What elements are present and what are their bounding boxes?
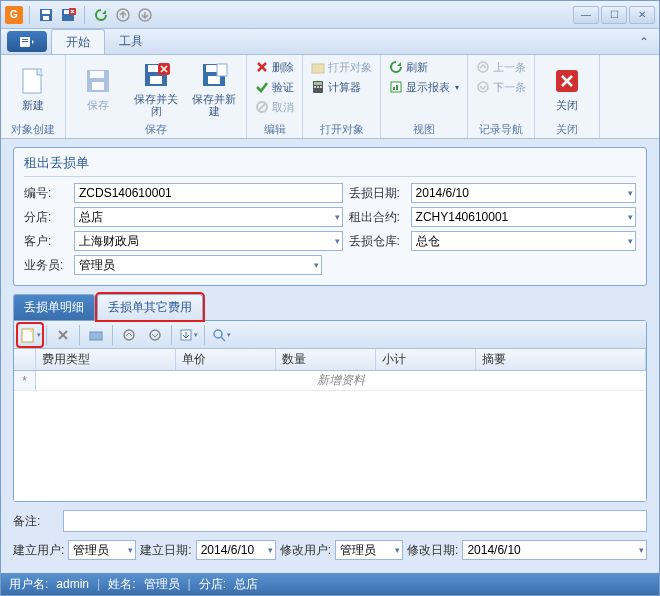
warehouse-label: 丢损仓库:: [349, 233, 405, 250]
staff-label: 业务员:: [24, 257, 68, 274]
svg-rect-13: [90, 71, 104, 78]
status-branch: 总店: [234, 576, 258, 593]
col-subtotal[interactable]: 小计: [376, 349, 476, 370]
down-icon: [476, 80, 490, 94]
col-qty[interactable]: 数量: [276, 349, 376, 370]
file-menu-button[interactable]: [7, 31, 47, 52]
date-input[interactable]: 2014/6/10▾: [411, 183, 636, 203]
contract-label: 租出合约:: [349, 209, 405, 226]
save-new-button[interactable]: 保存并新建: [186, 57, 242, 119]
customer-label: 客户:: [24, 233, 68, 250]
svg-point-41: [214, 330, 222, 338]
save-close-button[interactable]: 保存并关闭: [128, 57, 184, 119]
col-fee-type[interactable]: 费用类型: [36, 349, 176, 370]
new-row-icon: [20, 327, 36, 343]
status-branch-label: 分店:: [199, 576, 226, 593]
status-user: admin: [56, 577, 89, 591]
svg-rect-28: [317, 86, 319, 88]
grid-up-button[interactable]: [117, 324, 141, 346]
x-icon: [56, 328, 70, 342]
code-label: 编号:: [24, 185, 68, 202]
audit-row: 建立用户: 管理员▾ 建立日期: 2014/6/10▾ 修改用户: 管理员▾ 修…: [13, 540, 647, 560]
grid-header: 费用类型 单价 数量 小计 摘要: [14, 349, 646, 371]
create-user-label: 建立用户:: [13, 542, 64, 559]
ribbon: 新建 对象创建 保存 保存并关闭 保存并新建 保存: [1, 55, 659, 139]
cancel-icon: [255, 100, 269, 114]
validate-button[interactable]: 验证: [251, 77, 298, 97]
qat-save-icon[interactable]: [36, 5, 56, 25]
grid-down-button[interactable]: [143, 324, 167, 346]
grid-delete-button[interactable]: [51, 324, 75, 346]
open-object-button: 打开对象: [307, 57, 376, 77]
tab-other-fee[interactable]: 丢损单其它费用: [97, 294, 203, 320]
svg-rect-2: [43, 16, 49, 20]
svg-rect-10: [22, 41, 28, 42]
cancel-button: 取消: [251, 97, 298, 117]
detail-tabs: 丢损单明细 丢损单其它费用: [13, 294, 647, 320]
date-label: 丢损日期:: [349, 185, 405, 202]
col-price[interactable]: 单价: [176, 349, 276, 370]
svg-point-38: [124, 330, 134, 340]
save-close-icon: [140, 59, 172, 91]
tab-start[interactable]: 开始: [51, 29, 105, 54]
grid-new-button[interactable]: ▾: [18, 324, 42, 346]
delete-button[interactable]: 删除: [251, 57, 298, 77]
arrow-down-icon: [148, 328, 162, 342]
next-record-button: 下一条: [472, 77, 530, 97]
svg-point-34: [478, 82, 488, 92]
status-name-label: 姓名:: [108, 576, 135, 593]
tab-tools[interactable]: 工具: [105, 29, 157, 54]
close-window-button[interactable]: ✕: [629, 6, 655, 24]
col-remark[interactable]: 摘要: [476, 349, 646, 370]
svg-rect-22: [217, 64, 227, 76]
close-button[interactable]: 关闭: [539, 57, 595, 119]
grid-body[interactable]: * 新增资料: [14, 371, 646, 501]
ribbon-collapse-icon[interactable]: ⌃: [635, 29, 653, 54]
svg-point-33: [478, 62, 488, 72]
warehouse-input[interactable]: 总仓▾: [411, 231, 636, 251]
code-input[interactable]: ZCDS140610001: [74, 183, 343, 203]
remark-label: 备注:: [13, 513, 57, 530]
svg-rect-37: [90, 332, 102, 340]
up-icon: [476, 60, 490, 74]
svg-rect-14: [92, 82, 104, 90]
create-user-input[interactable]: 管理员▾: [68, 540, 136, 560]
svg-rect-27: [314, 86, 316, 88]
grid-panel: ▾ ▾ ▾ 费用类型 单价 数量 小计 摘要: [13, 320, 647, 502]
show-report-button[interactable]: 显示报表▾: [385, 77, 463, 97]
modify-user-input[interactable]: 管理员▾: [335, 540, 403, 560]
tab-detail[interactable]: 丢损单明细: [13, 294, 95, 320]
search-icon: [212, 328, 226, 342]
save-new-icon: [198, 59, 230, 91]
grid-search-button[interactable]: ▾: [209, 324, 233, 346]
modify-date-input[interactable]: 2014/6/10▾: [462, 540, 647, 560]
qat-next-icon: [135, 5, 155, 25]
remark-input[interactable]: [63, 510, 647, 532]
customer-input[interactable]: 上海财政局▾: [74, 231, 343, 251]
svg-rect-31: [393, 87, 395, 90]
grid-export-button[interactable]: ▾: [176, 324, 200, 346]
branch-input[interactable]: 总店▾: [74, 207, 343, 227]
report-icon: [389, 80, 403, 94]
grid-open-button[interactable]: [84, 324, 108, 346]
qat-save-close-icon[interactable]: [58, 5, 78, 25]
maximize-button[interactable]: ☐: [601, 6, 627, 24]
refresh-button[interactable]: 刷新: [385, 57, 463, 77]
app-window: G — ☐ ✕ 开始 工具 ⌃ 新建: [0, 0, 660, 596]
new-button[interactable]: 新建: [5, 57, 61, 119]
calculator-button[interactable]: 计算器: [307, 77, 376, 97]
arrow-up-icon: [122, 328, 136, 342]
minimize-button[interactable]: —: [573, 6, 599, 24]
svg-point-39: [150, 330, 160, 340]
svg-rect-17: [150, 76, 162, 84]
app-icon: G: [5, 6, 23, 24]
qat-refresh-icon[interactable]: [91, 5, 111, 25]
save-button: 保存: [70, 57, 126, 119]
staff-input[interactable]: 管理员▾: [74, 255, 322, 275]
modify-user-label: 修改用户:: [280, 542, 331, 559]
create-date-input[interactable]: 2014/6/10▾: [196, 540, 276, 560]
svg-rect-24: [312, 64, 324, 73]
grid-toolbar: ▾ ▾ ▾: [14, 321, 646, 349]
contract-input[interactable]: ZCHY140610001▾: [411, 207, 636, 227]
close-icon: [551, 65, 583, 97]
